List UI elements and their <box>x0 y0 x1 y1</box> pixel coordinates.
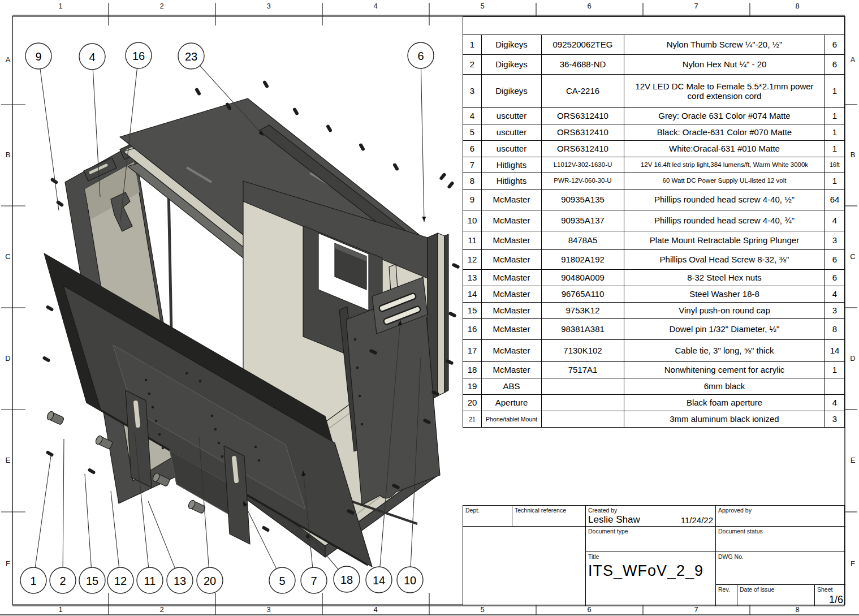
bom-row: 2Digikeys36-4688-NDNylon Hex Nut ¼" - 20… <box>463 55 844 75</box>
balloon-number: 5 <box>279 575 285 587</box>
document-type-label: Document type <box>588 528 713 535</box>
empty-cell <box>463 527 586 606</box>
created-by-cell: Created by Leslie Shaw 11/24/22 <box>586 506 716 527</box>
bom-row: 12McMaster91802A192Phillips Oval Head Sc… <box>463 250 844 270</box>
bom-row: 1Digikeys092520062TEGNylon Thumb Screw ¼… <box>463 35 844 55</box>
grid-column-label: 7 <box>689 605 703 614</box>
bom-cell-no: 17 <box>463 340 482 361</box>
bom-cell-no: 14 <box>463 286 482 302</box>
document-type-cell: Document type <box>586 527 716 552</box>
bom-cell-qty: 1 <box>825 108 844 124</box>
bom-cell-vendor: uscutter <box>482 108 542 124</box>
technical-reference-cell: Technical reference <box>512 506 586 527</box>
grid-row-label: A <box>848 55 857 64</box>
title-cell: Title ITS_WFoV_2_9 <box>586 552 716 606</box>
bom-cell-part: 7130K102 <box>542 340 624 361</box>
grid-row-label: B <box>3 150 12 160</box>
bom-row: 15McMaster9753K12Vinyl push-on round cap… <box>463 303 844 319</box>
approved-by-cell: Approved by <box>716 506 845 527</box>
bom-cell-qty: 64 <box>825 189 844 210</box>
bom-cell-qty: 6 <box>825 270 844 286</box>
bom-cell-no: 13 <box>463 270 482 286</box>
dwg-no-label: DWG No. <box>718 553 843 560</box>
grid-row-label: F <box>848 559 857 568</box>
bom-cell-desc: Nylon Hex Nut ¼" - 20 <box>624 55 825 74</box>
bom-cell-vendor: McMaster <box>482 231 542 249</box>
bom-cell-desc: Vinyl push-on round cap <box>624 303 825 318</box>
bom-cell-qty <box>825 378 844 394</box>
bom-cell-qty: 14 <box>825 340 844 361</box>
leader-arrowhead <box>422 217 426 222</box>
bom-row: 3DigikeysCA-221612V LED DC Male to Femal… <box>463 75 844 108</box>
bom-cell-no: 6 <box>463 141 482 157</box>
bom-cell-no: 20 <box>463 395 482 411</box>
bom-cell-desc: Phillips rounded head screw 4-40, ¾" <box>624 210 825 231</box>
grid-column-label: 4 <box>369 2 382 10</box>
bom-row: 13McMaster90480A0098-32 Steel Hex nuts6 <box>463 270 844 286</box>
grid-column-label: 1 <box>54 2 67 10</box>
bom-cell-qty: 1 <box>825 362 844 378</box>
bom-cell-qty: 6 <box>825 55 844 74</box>
dept-cell: Dept. <box>463 506 512 527</box>
approved-by-label: Approved by <box>718 507 843 514</box>
created-date-value: 11/24/22 <box>681 515 713 525</box>
created-by-value: Leslie Shaw <box>588 514 640 525</box>
bom-cell-part: 9753K12 <box>542 303 624 318</box>
bom-cell-qty: 1 <box>825 141 844 157</box>
bom-cell-no: 8 <box>463 173 482 189</box>
bom-table: 1Digikeys092520062TEGNylon Thumb Screw ¼… <box>463 16 845 428</box>
bom-cell-desc: 60 Watt DC Power Supply UL-listed 12 vol… <box>624 173 825 189</box>
grid-row-label: D <box>848 354 857 363</box>
bom-cell-part <box>542 411 624 427</box>
grid-row-label: C <box>848 252 857 261</box>
bom-cell-qty: 1 <box>825 75 844 107</box>
bom-cell-desc: Dowel pin 1/32" Diameter, ½" <box>624 319 825 339</box>
bom-cell-part: 98381A381 <box>542 319 624 339</box>
leader-line <box>148 501 175 568</box>
bom-cell-vendor: Hitlights <box>482 173 542 189</box>
grid-row-label: A <box>3 55 12 64</box>
grid-row-label: B <box>848 150 857 160</box>
grid-column-label: 5 <box>476 605 489 614</box>
technical-reference-label: Technical reference <box>515 507 583 514</box>
bom-cell-qty: 3 <box>825 303 844 318</box>
grid-row-label: E <box>3 456 12 465</box>
bom-cell-desc: Nonwhitening cement for acrylic <box>624 362 825 378</box>
bom-cell-vendor: ABS <box>482 378 542 394</box>
balloon-number: 2 <box>59 575 66 587</box>
bom-row: 20ApertureBlack foam aperture4 <box>463 395 844 411</box>
bom-cell-part: ORS6312410 <box>542 124 624 140</box>
bom-header-band <box>463 17 844 35</box>
bom-cell-part: 90935A135 <box>542 189 624 210</box>
bom-cell-vendor: Aperture <box>482 395 542 411</box>
bom-cell-part: ORS6312410 <box>542 108 624 124</box>
bom-cell-vendor: Digikeys <box>482 75 542 107</box>
bom-row: 19ABS6mm black <box>463 378 844 395</box>
bom-cell-desc: Steel Washer 18-8 <box>624 286 825 302</box>
bom-row: 4uscutterORS6312410Grey: Oracle 631 Colo… <box>463 108 844 124</box>
grid-column-label: 5 <box>476 2 489 10</box>
date-of-issue-label: Date of issue <box>740 586 812 593</box>
bom-row: 10McMaster90935A137Phillips rounded head… <box>463 210 844 231</box>
bom-cell-no: 2 <box>463 55 482 74</box>
bom-cell-desc: Cable tie, 3" long, ⅝" thick <box>624 340 825 361</box>
bom-cell-vendor: McMaster <box>482 270 542 286</box>
bom-row: 18McMaster7517A1Nonwhitening cement for … <box>463 362 844 378</box>
bom-cell-no: 12 <box>463 250 482 269</box>
bom-cell-no: 5 <box>463 124 482 140</box>
balloon-number: 1 <box>30 575 36 587</box>
bom-cell-no: 3 <box>463 75 482 107</box>
bom-cell-part: 90935A137 <box>542 210 624 231</box>
grid-column-label: 8 <box>791 2 804 10</box>
grid-row-label: E <box>848 456 857 465</box>
bom-cell-vendor: McMaster <box>482 250 542 269</box>
leader-line <box>63 439 64 567</box>
bom-row: 17McMaster7130K102Cable tie, 3" long, ⅝"… <box>463 340 844 362</box>
bom-row: 21Phone/tablet Mount3mm aluminum black i… <box>463 411 844 427</box>
bom-cell-vendor: McMaster <box>482 189 542 210</box>
leader-line <box>85 474 91 567</box>
leader-line <box>421 68 424 222</box>
grid-column-label: 2 <box>155 2 169 10</box>
dwg-no-cell: DWG No. <box>716 552 845 585</box>
bom-row: 11McMaster8478A5Plate Mount Retractable … <box>463 231 844 250</box>
